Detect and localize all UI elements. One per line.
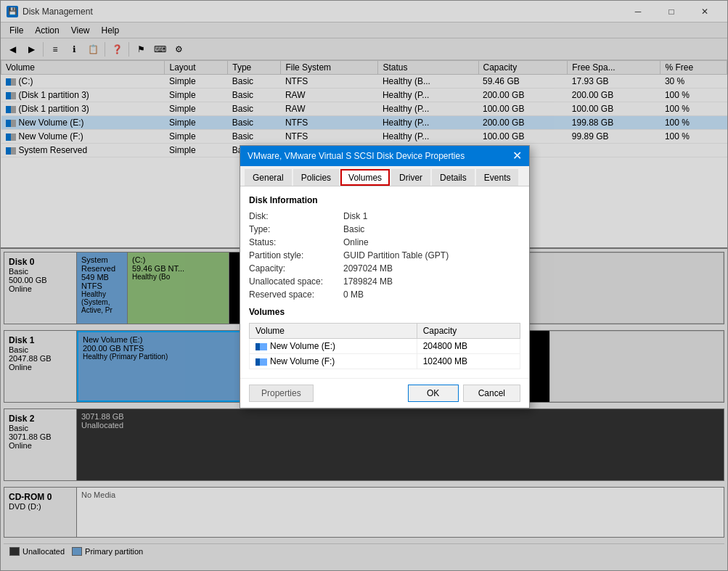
modal-tabs: General Policies Volumes Driver Details … xyxy=(240,166,529,186)
tab-general[interactable]: General xyxy=(245,169,292,186)
info-row-disk: Disk: Disk 1 xyxy=(249,211,520,221)
info-row-status: Status: Online xyxy=(249,237,520,247)
table-row[interactable]: New Volume (F:) Simple Basic NTFS Health… xyxy=(1,130,727,144)
disk0-type: Basic xyxy=(9,267,72,276)
cdrom-name: CD-ROM 0 xyxy=(9,492,72,502)
cell-free xyxy=(568,144,660,157)
col-layout: Layout xyxy=(165,61,228,75)
close-button[interactable]: ✕ xyxy=(688,1,721,22)
tb-cmd[interactable]: ⌨ xyxy=(151,41,168,58)
cell-type: Basic xyxy=(228,116,281,130)
cell-capacity: 200.00 GB xyxy=(478,116,568,130)
table-row[interactable]: (Disk 1 partition 3) Simple Basic RAW He… xyxy=(1,102,727,116)
cell-capacity: 59.46 GB xyxy=(478,75,568,89)
ok-button[interactable]: OK xyxy=(408,385,459,402)
disk0-sysres-label: System Reserved xyxy=(81,255,123,273)
partition-style-value: GUID Partition Table (GPT) xyxy=(343,250,449,260)
tb-info[interactable]: ℹ xyxy=(65,41,83,58)
menu-action[interactable]: Action xyxy=(29,24,65,37)
disk1-label: Disk 1 Basic 2047.88 GB Online xyxy=(4,331,77,402)
tab-policies[interactable]: Policies xyxy=(293,169,339,186)
info-row-type: Type: Basic xyxy=(249,224,520,234)
tb-props[interactable]: 📋 xyxy=(84,41,102,58)
tab-volumes[interactable]: Volumes xyxy=(340,169,390,186)
table-row[interactable]: (Disk 1 partition 3) Simple Basic RAW He… xyxy=(1,89,727,102)
toolbar: ◀ ▶ ≡ ℹ 📋 ❓ ⚑ ⌨ ⚙ xyxy=(1,38,727,60)
disk-info-section: Disk Information Disk: Disk 1 Type: Basi… xyxy=(249,195,520,300)
cell-free: 200.00 GB xyxy=(568,89,660,102)
tb-help[interactable]: ❓ xyxy=(108,41,126,58)
legend-unalloc: Unallocated xyxy=(9,547,65,556)
disk1-size: 2047.88 GB xyxy=(9,354,72,363)
disk2-unalloc-size: 3071.88 GB xyxy=(81,412,719,421)
tb-cmd2[interactable]: ⚙ xyxy=(170,41,187,58)
col-type: Type xyxy=(228,61,281,75)
tab-details[interactable]: Details xyxy=(432,169,475,186)
capacity-value: 2097024 MB xyxy=(343,263,393,274)
partition-style-label: Partition style: xyxy=(249,250,343,260)
cell-status: Healthy (P... xyxy=(378,89,478,102)
cell-status: Healthy (P... xyxy=(378,130,478,144)
unalloc-space-value: 1789824 MB xyxy=(343,276,393,287)
info-row-reserved: Reserved space: 0 MB xyxy=(249,289,520,300)
cell-volume: (C:) xyxy=(1,75,165,89)
disk1-status: Online xyxy=(9,363,72,371)
cell-free: 17.93 GB xyxy=(568,75,660,89)
disk0-part-c[interactable]: (C:) 59.46 GB NT... Healthy (Bo xyxy=(128,252,229,324)
modal-vol-name: New Volume (E:) xyxy=(250,339,417,354)
status-value: Online xyxy=(343,237,369,247)
menu-view[interactable]: View xyxy=(65,24,96,37)
modal-vol-row[interactable]: New Volume (F:) 102400 MB xyxy=(250,354,520,369)
disk2-label: Disk 2 Basic 3071.88 GB Online xyxy=(4,409,77,480)
maximize-button[interactable]: □ xyxy=(655,1,688,22)
cell-layout: Simple xyxy=(165,144,228,157)
cell-fs: RAW xyxy=(281,89,378,102)
volumes-section-title: Volumes xyxy=(249,307,520,317)
legend-unalloc-label: Unallocated xyxy=(23,547,65,556)
cell-pct: 100 % xyxy=(660,102,727,116)
cell-free: 199.88 GB xyxy=(568,116,660,130)
cell-type: Basic xyxy=(228,89,281,102)
tb-back[interactable]: ◀ xyxy=(4,41,21,58)
disk0-sysres-sub: 549 MB NTFS xyxy=(81,273,123,290)
cell-layout: Simple xyxy=(165,89,228,102)
info-row-unalloc: Unallocated space: 1789824 MB xyxy=(249,276,520,287)
tab-driver[interactable]: Driver xyxy=(391,169,430,186)
modal-vol-row[interactable]: New Volume (E:) 204800 MB xyxy=(250,339,520,354)
cell-pct: 100 % xyxy=(660,89,727,102)
tab-events[interactable]: Events xyxy=(476,169,519,186)
modal-title-bar: VMware, VMware Virtual S SCSI Disk Devic… xyxy=(240,146,529,166)
table-row[interactable]: (C:) Simple Basic NTFS Healthy (B... 59.… xyxy=(1,75,727,89)
modal-close-button[interactable]: ✕ xyxy=(512,150,522,162)
disk-properties-modal[interactable]: VMware, VMware Virtual S SCSI Disk Devic… xyxy=(240,145,530,408)
col-capacity: Capacity xyxy=(478,61,568,75)
menu-file[interactable]: File xyxy=(4,24,29,37)
disk0-c-desc: Healthy (Bo xyxy=(132,273,224,281)
col-volume: Volume xyxy=(1,61,165,75)
table-row[interactable]: New Volume (E:) Simple Basic NTFS Health… xyxy=(1,116,727,130)
tb-list[interactable]: ≡ xyxy=(46,41,64,58)
minimize-button[interactable]: ─ xyxy=(621,1,655,22)
disk2-partitions: 3071.88 GB Unallocated xyxy=(77,409,724,480)
properties-button[interactable]: Properties xyxy=(249,385,314,402)
reserved-space-value: 0 MB xyxy=(343,289,364,300)
cell-status: Healthy (P... xyxy=(378,116,478,130)
disk0-part-system[interactable]: System Reserved 549 MB NTFS Healthy (Sys… xyxy=(77,252,128,324)
vol-col-volume: Volume xyxy=(250,324,417,339)
legend-unalloc-box xyxy=(9,547,20,556)
modal-footer: Properties OK Cancel xyxy=(240,378,529,408)
cancel-button[interactable]: Cancel xyxy=(463,385,520,402)
tb-flag[interactable]: ⚑ xyxy=(132,41,150,58)
title-bar: 💾 Disk Management ─ □ ✕ xyxy=(1,1,727,22)
disk1-name: Disk 1 xyxy=(9,335,72,345)
cell-fs: NTFS xyxy=(281,116,378,130)
modal-vol-capacity: 102400 MB xyxy=(417,354,520,369)
tb-forward[interactable]: ▶ xyxy=(23,41,40,58)
cdrom-type: DVD (D:) xyxy=(9,502,72,511)
col-pct: % Free xyxy=(660,61,727,75)
col-free: Free Spa... xyxy=(568,61,660,75)
menu-help[interactable]: Help xyxy=(96,24,126,37)
cdrom-content: No Media xyxy=(77,488,724,537)
disk2-status: Online xyxy=(9,441,72,450)
modal-title: VMware, VMware Virtual S SCSI Disk Devic… xyxy=(248,151,465,161)
